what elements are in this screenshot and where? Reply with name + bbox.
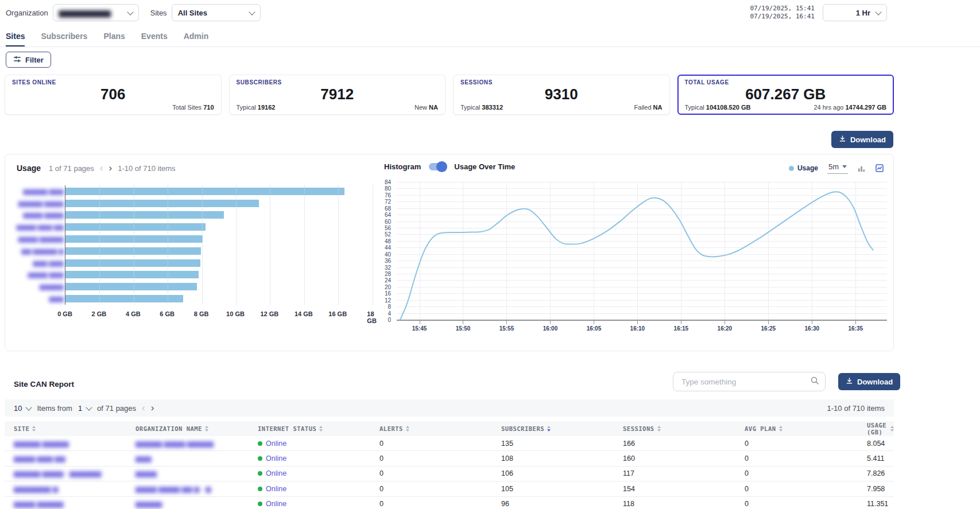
line-chart-view-icon[interactable] [875, 164, 884, 173]
bar-x-tick-label: 0 GB [57, 310, 72, 317]
organization-name-redacted[interactable]: ▆▆▆▆ [135, 467, 157, 481]
column-header-alerts[interactable]: ALERTS [379, 421, 409, 436]
column-header-internet-status[interactable]: INTERNET STATUS [258, 421, 323, 436]
bar-site-label-redacted[interactable]: ▆▆▆▆▆ [40, 283, 64, 290]
download-button[interactable]: Download [831, 131, 893, 148]
card-sessions[interactable]: SESSIONS 9310 Typical 383312 Failed NA [453, 75, 670, 115]
line-x-tick-label: 15:55 [499, 325, 514, 332]
card-footer: Typical 104108.520 GB 24 hrs ago 14744.2… [685, 104, 887, 111]
column-header-organization-name[interactable]: ORGANIZATION NAME [135, 421, 208, 436]
bar-site-label-redacted[interactable]: ▆▆▆ [49, 295, 64, 302]
bar-site-label-redacted[interactable]: ▆▆▆▆▆ ▆▆▆ [23, 188, 64, 195]
site-link-redacted[interactable]: ▆▆▆▆ ▆▆▆▆▆ [14, 497, 63, 509]
usage-bar[interactable] [65, 185, 378, 197]
bar-site-label-redacted[interactable]: ▆▆▆▆ ▆▆▆▆▆ [18, 235, 64, 243]
organization-name-redacted[interactable]: ▆▆▆▆▆ ▆▆▆▆ ▆▆▆▆▆ [135, 436, 214, 450]
sort-arrows-icon[interactable] [547, 426, 551, 432]
site-link-redacted[interactable]: ▆▆▆▆▆▆▆ ▆ [14, 481, 58, 496]
previous-page-icon[interactable]: ‹ [100, 164, 103, 172]
organization-select[interactable]: ▆▆▆▆▆▆▆▆▆ [53, 4, 139, 21]
internet-status-link[interactable]: Online [258, 436, 286, 450]
internet-status-link[interactable]: Online [258, 451, 286, 465]
column-header-site[interactable]: SITE [14, 421, 36, 436]
legend-label: Usage [797, 164, 818, 172]
line-chart-tools: Usage 5m [789, 162, 884, 174]
tab-subscribers[interactable]: Subscribers [41, 25, 87, 46]
search-icon[interactable] [810, 376, 819, 387]
tab-events[interactable]: Events [141, 25, 168, 46]
usage-bar[interactable] [65, 245, 378, 257]
sort-arrows-icon[interactable] [32, 426, 36, 432]
bar-chart-view-icon[interactable] [857, 164, 866, 173]
histogram-usage-toggle[interactable] [429, 163, 446, 170]
subscribers-value: 96 [501, 497, 509, 509]
usage-bar[interactable] [65, 209, 378, 222]
next-page-icon[interactable]: › [151, 404, 154, 412]
bar-x-tick-label: 2 GB [92, 310, 107, 317]
card-subscribers[interactable]: SUBSCRIBERS 7912 Typical 19162 New NA [229, 75, 446, 115]
interval-select[interactable]: 5m [827, 162, 848, 174]
tab-admin[interactable]: Admin [184, 25, 209, 46]
usage-bar[interactable] [65, 233, 378, 245]
card-title: SUBSCRIBERS [237, 79, 439, 86]
usage-bar[interactable] [65, 269, 378, 281]
avg-plan-value: 0 [745, 451, 749, 465]
online-status-dot-icon [258, 487, 262, 491]
card-sites-online[interactable]: SITES ONLINE 706 Total Sites 710 [5, 75, 222, 115]
report-search [673, 372, 826, 391]
usage-bar[interactable] [65, 221, 378, 233]
bar-x-tick-label: 12 GB [260, 310, 278, 317]
card-total-usage-selected[interactable]: TOTAL USAGE 607.267 GB Typical 104108.52… [677, 75, 894, 115]
organization-name-redacted[interactable]: ▆▆▆ [135, 451, 152, 465]
subscribers-value: 105 [501, 481, 513, 496]
usage-gb-value: 8.054 [867, 436, 885, 450]
page-size-select[interactable]: 10 [14, 404, 31, 413]
previous-page-icon[interactable]: ‹ [142, 404, 145, 412]
filter-button[interactable]: Filter [6, 52, 51, 68]
line-y-tick-label: 40 [385, 251, 391, 257]
column-header-usage-gb-[interactable]: USAGE (GB) [867, 421, 894, 436]
internet-status-link[interactable]: Online [258, 467, 286, 481]
bar-site-label-redacted[interactable]: ▆▆▆▆ ▆▆▆▆ [23, 211, 64, 219]
bar-site-label-redacted[interactable]: ▆▆▆▆ ▆▆▆ ▆▆ [17, 223, 64, 231]
line-y-tick-label: 80 [385, 185, 391, 192]
sort-arrows-icon[interactable] [205, 426, 208, 432]
column-header-avg-plan[interactable]: AVG PLAN [745, 421, 783, 436]
bar-site-label-redacted[interactable]: ▆▆▆▆ ▆▆▆ [28, 271, 64, 278]
report-download-button[interactable]: Download [838, 373, 900, 390]
stat-cards: SITES ONLINE 706 Total Sites 710 SUBSCRI… [5, 75, 894, 115]
column-header-subscribers[interactable]: SUBSCRIBERS [501, 421, 551, 436]
sort-arrows-icon[interactable] [319, 426, 323, 432]
usage-bar[interactable] [65, 281, 378, 293]
internet-status-link[interactable]: Online [258, 497, 286, 509]
bar-site-label-redacted[interactable]: ▆▆ ▆▆▆▆▆ ▆ [21, 247, 64, 255]
tab-plans[interactable]: Plans [103, 25, 125, 46]
bar-site-label-redacted[interactable]: ▆▆▆ ▆▆▆ [33, 259, 64, 267]
search-input[interactable] [680, 377, 810, 387]
sort-arrows-icon[interactable] [890, 426, 894, 432]
bar-site-label-redacted[interactable]: ▆▆▆▆▆ ▆▆▆▆ [18, 200, 64, 207]
tab-sites[interactable]: Sites [6, 25, 25, 46]
organization-name-redacted[interactable]: ▆▆▆▆ ▆▆▆▆ ▆▆ ▆ - ▆ [135, 481, 211, 496]
site-link-redacted[interactable]: ▆▆▆▆▆ ▆▆▆▆ - ▆▆▆▆▆▆ [14, 467, 101, 481]
organization-name-redacted[interactable]: ▆▆▆▆▆ [135, 497, 162, 509]
time-range-select[interactable]: 1 Hr [823, 4, 887, 21]
sites-select[interactable]: All Sites [172, 4, 261, 21]
usage-bar[interactable] [65, 257, 378, 269]
next-page-icon[interactable]: › [109, 164, 113, 172]
usage-bar[interactable] [65, 293, 378, 305]
filter-sliders-icon [13, 55, 21, 65]
sort-arrows-icon[interactable] [657, 426, 661, 432]
usage-chart-title: Usage [17, 164, 41, 173]
column-header-sessions[interactable]: SESSIONS [623, 421, 661, 436]
site-link-redacted[interactable]: ▆▆▆▆▆ ▆▆▆▆▆ [14, 436, 69, 450]
site-link-redacted[interactable]: ▆▆▆▆ ▆▆▆ ▆▆ [14, 451, 65, 465]
legend-dot-icon [789, 166, 794, 171]
time-range-display: 07/19/2025, 15:41 07/19/2025, 16:41 [750, 5, 815, 21]
line-y-tick-label: 56 [385, 225, 391, 231]
internet-status-link[interactable]: Online [258, 481, 286, 496]
sort-arrows-icon[interactable] [779, 426, 783, 432]
page-number-select[interactable]: 1 [78, 404, 91, 413]
sort-arrows-icon[interactable] [406, 426, 409, 432]
usage-bar[interactable] [65, 197, 378, 209]
